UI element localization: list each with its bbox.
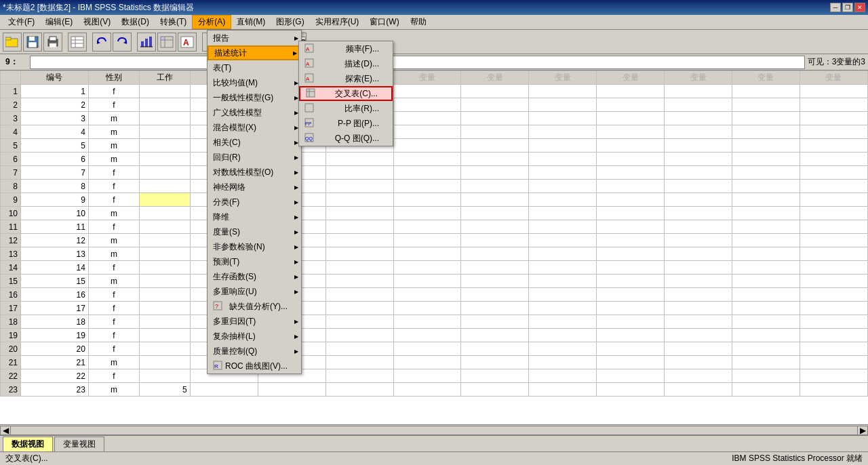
empty-cell[interactable] bbox=[800, 315, 867, 329]
empty-cell[interactable] bbox=[393, 315, 461, 329]
data-cell[interactable]: f bbox=[88, 193, 139, 207]
data-cell[interactable] bbox=[139, 153, 190, 166]
data-cell[interactable] bbox=[139, 356, 190, 369]
empty-cell[interactable] bbox=[732, 234, 800, 247]
empty-cell[interactable] bbox=[732, 220, 800, 234]
empty-cell[interactable] bbox=[326, 193, 393, 207]
empty-cell[interactable] bbox=[732, 125, 800, 139]
empty-cell[interactable] bbox=[461, 180, 529, 193]
data-cell[interactable] bbox=[139, 329, 190, 342]
empty-cell[interactable] bbox=[529, 153, 597, 166]
empty-cell[interactable] bbox=[529, 342, 597, 356]
undo-button[interactable] bbox=[92, 33, 111, 52]
tab-variable-view[interactable]: 变量视图 bbox=[54, 437, 104, 451]
empty-cell[interactable] bbox=[665, 207, 732, 220]
empty-cell[interactable] bbox=[800, 220, 867, 234]
menu-window[interactable]: 窗口(W) bbox=[364, 15, 404, 29]
empty-cell[interactable] bbox=[461, 315, 529, 329]
empty-cell[interactable] bbox=[393, 261, 461, 275]
empty-cell[interactable] bbox=[597, 342, 665, 356]
data-cell[interactable] bbox=[139, 302, 190, 315]
empty-cell[interactable] bbox=[800, 247, 867, 261]
empty-cell[interactable] bbox=[800, 139, 867, 153]
empty-cell[interactable] bbox=[461, 112, 529, 125]
empty-cell[interactable] bbox=[461, 139, 529, 153]
empty-cell[interactable] bbox=[529, 207, 597, 220]
empty-cell[interactable] bbox=[800, 207, 867, 220]
data-cell[interactable] bbox=[139, 342, 190, 356]
menu-scale[interactable]: 度量(S) bbox=[208, 224, 301, 239]
empty-cell[interactable] bbox=[326, 275, 393, 288]
menu-utilities[interactable]: 实用程序(U) bbox=[310, 15, 365, 29]
empty-cell[interactable] bbox=[461, 166, 529, 180]
menu-ratio[interactable]: 比率(R)... bbox=[299, 101, 393, 116]
empty-cell[interactable] bbox=[597, 275, 665, 288]
data-cell[interactable]: m bbox=[88, 139, 139, 153]
close-button[interactable]: ✕ bbox=[854, 3, 865, 12]
menu-complexsamples[interactable]: 复杂抽样(L) bbox=[208, 329, 301, 344]
empty-cell[interactable] bbox=[326, 261, 393, 275]
data-cell[interactable] bbox=[139, 98, 190, 112]
data-cell[interactable] bbox=[139, 234, 190, 247]
horizontal-scrollbar[interactable]: ◀ ▶ bbox=[0, 424, 868, 435]
empty-cell[interactable] bbox=[393, 275, 461, 288]
empty-cell[interactable] bbox=[800, 369, 867, 383]
empty-cell[interactable] bbox=[597, 193, 665, 207]
empty-cell[interactable] bbox=[665, 193, 732, 207]
data-cell[interactable] bbox=[139, 193, 190, 207]
empty-cell[interactable] bbox=[529, 125, 597, 139]
tab-data-view[interactable]: 数据视图 bbox=[3, 437, 53, 451]
menu-descriptives[interactable]: A 描述(D)... bbox=[299, 56, 393, 71]
data-cell[interactable]: 6 bbox=[21, 153, 89, 166]
empty-cell[interactable] bbox=[665, 315, 732, 329]
save-button[interactable] bbox=[23, 33, 42, 52]
data-cell[interactable]: f bbox=[88, 98, 139, 112]
empty-cell[interactable] bbox=[800, 234, 867, 247]
empty-cell[interactable] bbox=[800, 261, 867, 275]
menu-glm[interactable]: 一般线性模型(G) bbox=[208, 90, 301, 105]
empty-cell[interactable] bbox=[529, 220, 597, 234]
empty-cell[interactable] bbox=[800, 275, 867, 288]
empty-cell[interactable] bbox=[732, 207, 800, 220]
empty-cell[interactable] bbox=[529, 139, 597, 153]
empty-cell[interactable] bbox=[665, 329, 732, 342]
data-cell[interactable]: f bbox=[88, 180, 139, 193]
empty-cell[interactable] bbox=[665, 85, 732, 98]
empty-cell[interactable] bbox=[597, 153, 665, 166]
empty-cell[interactable] bbox=[665, 369, 732, 383]
empty-cell[interactable] bbox=[800, 180, 867, 193]
empty-cell[interactable] bbox=[732, 342, 800, 356]
scroll-left[interactable]: ◀ bbox=[0, 426, 11, 435]
empty-cell[interactable] bbox=[597, 166, 665, 180]
empty-cell[interactable] bbox=[326, 369, 393, 383]
data-cell[interactable]: f bbox=[88, 315, 139, 329]
empty-cell[interactable] bbox=[393, 356, 461, 369]
empty-cell[interactable] bbox=[597, 85, 665, 98]
empty-cell[interactable] bbox=[393, 247, 461, 261]
menu-crosstabs[interactable]: 交叉表(C)... bbox=[299, 86, 393, 101]
empty-cell[interactable] bbox=[732, 275, 800, 288]
empty-cell[interactable] bbox=[665, 98, 732, 112]
empty-cell[interactable] bbox=[393, 166, 461, 180]
empty-cell[interactable] bbox=[393, 383, 461, 397]
menu-edit[interactable]: 编辑(E) bbox=[40, 15, 78, 29]
empty-cell[interactable] bbox=[597, 125, 665, 139]
empty-cell[interactable] bbox=[732, 153, 800, 166]
data-button[interactable] bbox=[68, 33, 87, 52]
empty-cell[interactable] bbox=[393, 220, 461, 234]
data-cell[interactable] bbox=[139, 275, 190, 288]
data-cell[interactable]: 12 bbox=[21, 234, 89, 247]
empty-cell[interactable] bbox=[529, 275, 597, 288]
menu-explore[interactable]: A 探索(E)... bbox=[299, 71, 393, 86]
empty-cell[interactable] bbox=[393, 193, 461, 207]
empty-cell[interactable] bbox=[800, 356, 867, 369]
empty-cell[interactable] bbox=[732, 166, 800, 180]
empty-cell[interactable] bbox=[800, 383, 867, 397]
data-cell[interactable]: m bbox=[88, 153, 139, 166]
data-cell[interactable]: m bbox=[88, 234, 139, 247]
data-cell[interactable]: 8 bbox=[21, 180, 89, 193]
empty-cell[interactable] bbox=[597, 261, 665, 275]
menu-qualitycontrol[interactable]: 质量控制(Q) bbox=[208, 344, 301, 359]
empty-cell[interactable] bbox=[665, 288, 732, 302]
menu-mixed[interactable]: 混合模型(X) bbox=[208, 120, 301, 135]
